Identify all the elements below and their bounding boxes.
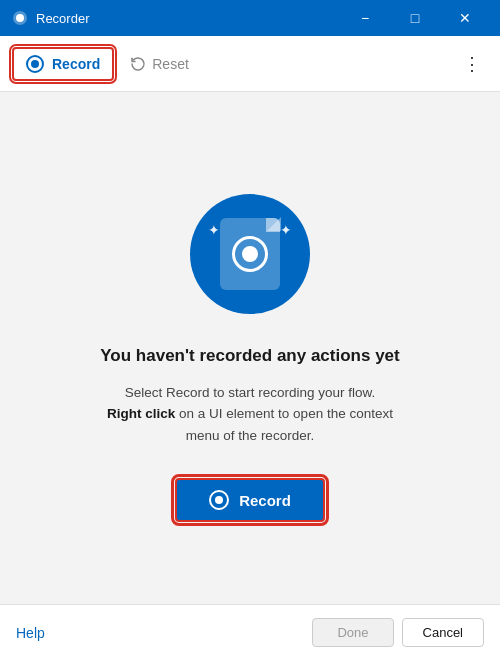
big-icon-container: ✦ ✦ [190,194,310,314]
svg-point-1 [16,14,24,22]
maximize-button[interactable]: □ [392,0,438,36]
done-button[interactable]: Done [312,618,393,647]
app-title: Recorder [36,11,89,26]
description-after: on a UI element to open the context menu… [175,406,393,443]
big-record-ring-icon [232,236,268,272]
sparkle-left-icon: ✦ [208,222,220,238]
toolbar-record-icon-inner [31,60,39,68]
toolbar-reset-button[interactable]: Reset [118,50,201,78]
toolbar-record-label: Record [52,56,100,72]
main-record-button-icon [209,490,229,510]
description-bold: Right click [107,406,175,421]
footer: Help Done Cancel [0,604,500,660]
sparkle-right-icon: ✦ [280,222,292,238]
description-normal: Select Record to start recording your fl… [125,385,376,400]
toolbar-more-button[interactable]: ⋮ [456,48,488,80]
minimize-button[interactable]: − [342,0,388,36]
toolbar-record-icon [26,55,44,73]
footer-right: Done Cancel [312,618,484,647]
main-record-button[interactable]: Record [175,478,325,522]
close-button[interactable]: ✕ [442,0,488,36]
toolbar-reset-label: Reset [152,56,189,72]
big-record-dot-icon [242,246,258,262]
reset-icon [130,56,146,72]
title-bar-left: Recorder [12,10,89,26]
big-record-circle: ✦ ✦ [190,194,310,314]
main-record-button-label: Record [239,492,291,509]
title-bar: Recorder − □ ✕ [0,0,500,36]
main-headline: You haven't recorded any actions yet [100,346,399,366]
title-bar-controls: − □ ✕ [342,0,488,36]
main-content: ✦ ✦ You haven't recorded any actions yet… [0,92,500,604]
help-button[interactable]: Help [16,625,45,641]
app-icon [12,10,28,26]
big-doc-icon [220,218,280,290]
toolbar: Record Reset ⋮ [0,36,500,92]
main-description: Select Record to start recording your fl… [90,382,410,447]
main-record-button-icon-inner [215,496,223,504]
toolbar-record-button[interactable]: Record [12,47,114,81]
cancel-button[interactable]: Cancel [402,618,484,647]
